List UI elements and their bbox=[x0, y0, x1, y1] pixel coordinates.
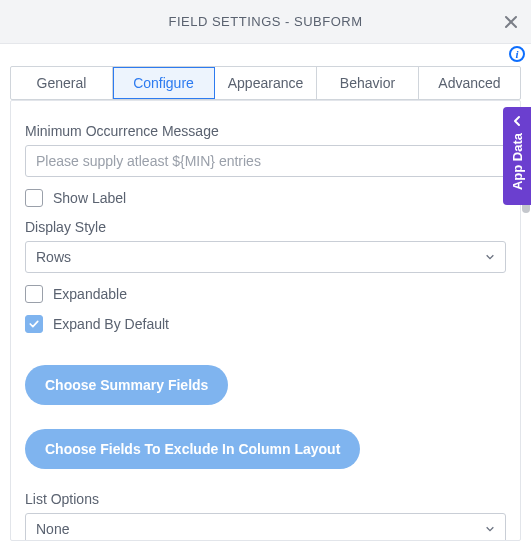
min-occurrence-input[interactable] bbox=[25, 145, 506, 177]
expandable-text: Expandable bbox=[53, 286, 127, 302]
side-tab-label: App Data bbox=[510, 133, 525, 190]
tab-advanced[interactable]: Advanced bbox=[419, 67, 520, 99]
close-icon[interactable] bbox=[501, 12, 521, 32]
chevron-left-icon bbox=[511, 115, 523, 127]
chevron-down-icon bbox=[485, 252, 495, 262]
expand-default-text: Expand By Default bbox=[53, 316, 169, 332]
info-row: i bbox=[0, 44, 531, 66]
show-label-text: Show Label bbox=[53, 190, 126, 206]
choose-summary-fields-button[interactable]: Choose Summary Fields bbox=[25, 365, 228, 405]
dialog-title: FIELD SETTINGS - SUBFORM bbox=[168, 14, 362, 29]
tab-bar: General Configure Appearance Behavior Ad… bbox=[10, 66, 521, 100]
display-style-value: Rows bbox=[36, 249, 71, 265]
tab-appearance[interactable]: Appearance bbox=[215, 67, 317, 99]
min-occurrence-label: Minimum Occurrence Message bbox=[25, 123, 506, 139]
display-style-label: Display Style bbox=[25, 219, 506, 235]
tab-configure[interactable]: Configure bbox=[113, 67, 215, 99]
expandable-checkbox[interactable] bbox=[25, 285, 43, 303]
chevron-down-icon bbox=[485, 524, 495, 534]
configure-panel: Minimum Occurrence Message Show Label Di… bbox=[10, 100, 521, 541]
tab-general[interactable]: General bbox=[11, 67, 113, 99]
dialog-header: FIELD SETTINGS - SUBFORM bbox=[0, 0, 531, 44]
tab-behavior[interactable]: Behavior bbox=[317, 67, 419, 99]
app-data-side-tab[interactable]: App Data bbox=[503, 107, 531, 205]
list-options-select[interactable]: None bbox=[25, 513, 506, 541]
list-options-label: List Options bbox=[25, 491, 506, 507]
expand-default-checkbox[interactable] bbox=[25, 315, 43, 333]
list-options-value: None bbox=[36, 521, 69, 537]
show-label-checkbox[interactable] bbox=[25, 189, 43, 207]
display-style-select[interactable]: Rows bbox=[25, 241, 506, 273]
choose-exclude-fields-button[interactable]: Choose Fields To Exclude In Column Layou… bbox=[25, 429, 360, 469]
info-icon[interactable]: i bbox=[509, 46, 525, 62]
